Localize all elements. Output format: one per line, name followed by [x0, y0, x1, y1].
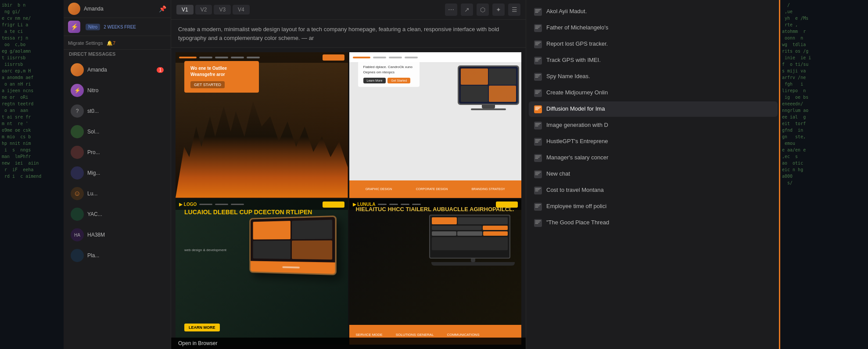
computer-mockup: [458, 65, 519, 110]
nav-item-tr-1: [353, 57, 370, 58]
chat-item-goodplace[interactable]: "The Good Place Thread: [529, 215, 778, 230]
chat-text-akol: Akol Ayii Madut.: [546, 7, 587, 15]
username: Amanda: [84, 6, 104, 12]
chat-item-mig[interactable]: Mig...: [65, 163, 169, 183]
migrate-section[interactable]: Migrate Settings 🔔7: [64, 36, 171, 50]
chat-item-imagegen[interactable]: Image generation with D: [529, 118, 778, 133]
chat-item-nitro2[interactable]: ⚡ Nitro: [65, 80, 169, 101]
chat-item-yac[interactable]: YAC...: [65, 204, 169, 224]
nitro-row[interactable]: ⚡ Nitro 2 WEEKS FREE: [64, 18, 171, 36]
chat-item-track[interactable]: Track GPS with IMEI.: [529, 53, 778, 68]
mockup-buttons: Learn More Get Started: [363, 78, 414, 83]
svg-rect-9: [534, 154, 542, 162]
yellow-heading: Lucaiol Dlebel Cup Dcecton rtlipen: [184, 208, 312, 216]
pin-icon: 📌: [159, 5, 166, 12]
chat-item-amanda[interactable]: Amanda 1: [65, 60, 169, 80]
nav-item-4: [231, 57, 244, 58]
prompt-area: Create a modern, minimalist web design l…: [171, 20, 526, 48]
chat-item-pla[interactable]: Pla...: [65, 245, 169, 266]
chat-item-lu[interactable]: ☺ Lu...: [65, 183, 169, 204]
chat-bubble-icon-6: [534, 89, 542, 97]
scroll-bar: [779, 0, 780, 349]
svg-rect-8: [534, 138, 542, 146]
dm-label: DIRECT MESSAGES: [64, 50, 171, 58]
nav-item-tr-3: [389, 57, 402, 58]
chat-bubble-icon-2: [534, 24, 542, 32]
mockup-btn-dark[interactable]: Learn More: [363, 78, 386, 83]
orange-card-btn[interactable]: GET STARTED: [190, 81, 225, 88]
chat-item-manager[interactable]: Manager's salary concer: [529, 150, 778, 166]
chat-item-newchat[interactable]: New chat: [529, 166, 778, 182]
grid-cell-tl: Wo ene te Oatllee Weansgefre aror GET ST…: [176, 52, 348, 198]
chat-item-sol[interactable]: Sol...: [65, 122, 169, 142]
chat-text-imagegen: Image generation with D: [546, 121, 608, 129]
tab-v2[interactable]: V2: [195, 5, 212, 14]
icon-3[interactable]: ⬡: [477, 4, 489, 16]
chat-bubble-icon-13: [534, 203, 542, 211]
chat-list: Amanda 1 ⚡ Nitro ? st0... Sol... Pro... …: [64, 58, 171, 349]
screen-block-3: [461, 86, 488, 102]
icon-1[interactable]: ⋯: [445, 4, 457, 16]
chat-item-midjourney[interactable]: Create Midjourney Onlin: [529, 85, 778, 101]
nav-line-1: [378, 204, 387, 205]
icon-2[interactable]: ↗: [461, 4, 473, 16]
image-grid-container: Wo ene te Oatllee Weansgefre aror GET ST…: [171, 48, 526, 349]
laptop-hinge: [471, 259, 475, 262]
tab-v1[interactable]: V1: [176, 5, 194, 14]
service-mode-1: SERVICE MODE: [356, 333, 383, 337]
chat-text-newchat: New chat: [546, 170, 570, 178]
chat-text-goodplace: "The Good Place Thread: [546, 219, 609, 227]
nav-item-5: [247, 57, 260, 58]
svg-rect-13: [534, 219, 542, 227]
nav-item-2: [199, 57, 212, 58]
chat-item-akol[interactable]: Akol Ayii Madut.: [529, 4, 778, 19]
ls-row-1: [432, 217, 508, 224]
service-1: GRAPHIC DESIGN: [366, 187, 392, 191]
chat-text-employee: Employee time off polici: [546, 202, 606, 210]
nav-item-1: [179, 57, 197, 58]
chat-avatar8: [71, 208, 84, 221]
screen-block-2: [489, 68, 516, 85]
chat-bubble-icon-12: [534, 187, 542, 194]
chat-bubble-icon-14: [534, 219, 542, 227]
yellow-btn[interactable]: LEARN MORE: [184, 324, 220, 331]
ls-block-7: [483, 231, 508, 236]
chat-item-gps[interactable]: Report lost GPS tracker.: [529, 36, 778, 52]
s4: [291, 240, 332, 259]
main-content: V1 V2 V3 V4 ⋯ ↗ ⬡ ✦ ☰ Create a modern, m…: [171, 0, 526, 349]
svg-rect-11: [534, 187, 542, 194]
chat-item-employee[interactable]: Employee time off polici: [529, 199, 778, 214]
nav-line-2: [389, 204, 398, 205]
service-2: CORPORATE DESIGN: [416, 187, 448, 191]
open-browser-bar[interactable]: Open in Browser: [171, 338, 526, 349]
chat-item-montana[interactable]: Cost to travel Montana: [529, 183, 778, 198]
city-skyline: [176, 96, 348, 198]
icon-4[interactable]: ✦: [492, 4, 505, 16]
nitro-badge: Nitro: [86, 24, 100, 30]
mockup-btn-orange[interactable]: Get Started: [387, 78, 410, 83]
s3: [253, 241, 290, 259]
orange-card-text: Wo ene te Oatllee Weansgefre aror: [190, 65, 253, 78]
chat-item-st0[interactable]: ? st0...: [65, 101, 169, 121]
chat-item-text7: Lu...: [87, 191, 97, 197]
tab-v4[interactable]: V4: [233, 5, 250, 14]
chat-item-pro[interactable]: Pro...: [65, 142, 169, 162]
computer-3d: [247, 217, 344, 287]
service-mode-2: SOLUTIONS GENERAL: [396, 333, 434, 337]
chat-item-diffusion[interactable]: Diffusion Model for Ima: [529, 101, 778, 117]
nav-line-3: [401, 204, 409, 205]
main-header: V1 V2 V3 V4 ⋯ ↗ ⬡ ✦ ☰: [171, 0, 526, 20]
nav-item-bl-3: [231, 204, 244, 205]
chat-item-spy[interactable]: Spy Name Ideas.: [529, 69, 778, 84]
chat-item-hustle[interactable]: HustleGPT's Entreprene: [529, 134, 778, 149]
right-chat-list: Akol Ayii Madut. Father of Michelangelo'…: [526, 0, 780, 349]
chat-item-text5: Pro...: [87, 149, 100, 155]
chat-item-ha[interactable]: HA HA38M: [65, 225, 169, 245]
chat-bubble-icon-10: [534, 154, 542, 162]
tab-v3[interactable]: V3: [214, 5, 231, 14]
chat-item-father[interactable]: Father of Michelangelo's: [529, 20, 778, 36]
icon-5[interactable]: ☰: [508, 4, 520, 16]
service-3: BRANDING STRATEGY: [472, 187, 505, 191]
chat-text-diffusion: Diffusion Model for Ima: [546, 105, 605, 113]
chat-text-montana: Cost to travel Montana: [546, 186, 604, 194]
